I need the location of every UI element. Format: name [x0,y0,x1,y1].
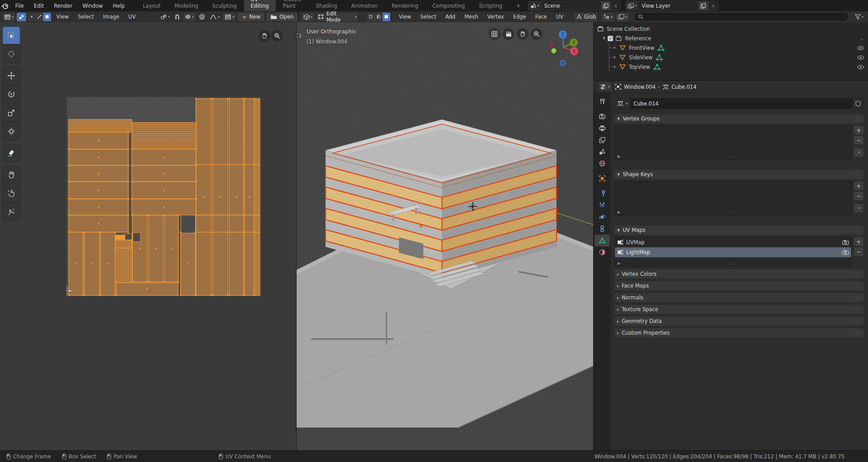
shape-key-specials-button[interactable]: ▾ [854,203,864,213]
tool-rotate[interactable] [2,85,20,103]
uv-map-render-camera-icon[interactable] [842,250,849,255]
uv-select-face-button[interactable] [43,13,51,21]
transform-orientation-dropdown[interactable]: Glob [574,12,598,22]
edge-select-mode-button[interactable] [375,13,383,21]
section-vertex-groups[interactable]: ▼Vertex Groups:::: [614,114,864,123]
uv-select-vertex-button[interactable] [28,13,35,21]
vertex-group-specials-button[interactable]: ▾ [854,148,864,157]
uv-editor-type-button[interactable]: ▾ [2,12,16,22]
uv-pivot-dropdown[interactable]: ▾ [158,13,172,21]
properties-tab-world[interactable] [595,158,610,169]
workspace-tab[interactable]: Modeling [168,1,205,11]
outliner-row-object[interactable]: FrontView [594,43,868,53]
uv-snap-magnet-toggle[interactable] [173,13,182,21]
outliner-filter-image-dropdown[interactable]: ▾ [616,12,629,22]
vp-menu-view[interactable]: View [395,14,415,20]
topbar-menu-item[interactable]: Render [49,3,77,9]
collapsed-section[interactable]: ▸Custom Properties:::: [614,328,864,337]
vertex-group-remove-button[interactable]: − [854,135,864,145]
uv-menu-view[interactable]: View [53,14,73,20]
section-uv-maps[interactable]: ▼UV Maps:::: [614,226,864,235]
uv-proportional-editing-toggle[interactable] [197,13,207,21]
workspace-tab[interactable]: Sculpting [206,1,244,11]
uv-map-render-camera-icon[interactable] [842,240,849,245]
scene-duplicate-button[interactable] [601,1,611,10]
vp-menu-add[interactable]: Add [441,14,459,20]
outliner-search-input[interactable] [634,12,849,21]
collapsed-section[interactable]: ▸Normals:::: [614,293,864,302]
uv-map-row[interactable]: UVMap [615,237,851,247]
vp-pan-button[interactable] [517,28,528,40]
navigation-gizmo[interactable]: Z Y X [545,29,583,67]
area-split-handle[interactable]: ❮❯ [297,33,302,38]
properties-tab-material[interactable] [595,246,610,258]
outliner-row-collection[interactable]: ▼ ✓ Reference ⌄ [594,34,868,43]
uv-map-remove-button[interactable]: − [854,247,864,256]
uv-editor[interactable] [0,22,297,450]
disclosure-triangle-icon[interactable]: ▼ [603,36,605,40]
uv-falloff-dropdown[interactable]: ▾ [208,13,221,21]
properties-tab-physics[interactable] [595,211,610,223]
vp-menu-vertex[interactable]: Vertex [483,14,508,20]
outliner-row-scene-collection[interactable]: Scene Collection [594,24,868,34]
vp-menu-edge[interactable]: Edge [509,14,530,20]
section-shape-keys[interactable]: ▼Shape Keys:::: [614,170,864,179]
collection-checkbox[interactable]: ✓ [608,36,613,41]
visibility-eye-icon[interactable] [857,46,864,50]
view-layer-remove-button[interactable]: × [708,3,718,9]
properties-tab-output[interactable] [595,122,610,134]
tool-cursor[interactable] [2,45,20,63]
properties-tab-scene[interactable] [595,146,610,158]
properties-context-dropdown[interactable]: ▾ [598,82,612,91]
visibility-eye-icon[interactable] [857,65,864,69]
vp-menu-select[interactable]: Select [416,14,440,20]
uv-zoom-button[interactable] [271,30,283,42]
viewport-3d[interactable]: User Orthographic (1) Window.004 ❮❯ [297,22,593,450]
uv-new-image-button[interactable]: + New [237,12,265,22]
collapsed-section[interactable]: ▸Face Maps:::: [614,281,864,290]
properties-tab-render[interactable] [595,111,610,122]
uv-open-image-button[interactable]: Open [266,12,298,22]
topbar-menu-item[interactable]: File [10,3,29,9]
tool-grab[interactable] [2,166,20,184]
uv-pan-button[interactable] [259,30,270,42]
scene-icon[interactable]: ▾ [528,1,541,10]
workspace-tab[interactable]: Shading [309,1,344,11]
outliner-row-object[interactable]: TopView [594,62,868,72]
outliner-filter-dropdown[interactable]: ▾ [853,13,865,21]
topbar-menu-item[interactable]: Help [108,3,129,9]
view-layer-duplicate-button[interactable] [698,1,708,10]
mode-dropdown[interactable]: Edit Mode ▾ [316,12,359,22]
workspace-tab[interactable]: Layout [136,1,167,11]
tool-scale[interactable] [2,104,20,122]
uv-snap-target-dropdown[interactable]: ▾ [183,12,196,22]
outliner-display-mode-dropdown[interactable]: ▾ [601,12,615,22]
properties-tab-constraints[interactable] [595,223,610,235]
vp-orthographic-toggle-button[interactable] [489,28,500,40]
workspace-tab[interactable]: UV Editing [244,0,276,11]
mesh-browse-dropdown[interactable]: ▾ [614,98,630,109]
shape-key-add-button[interactable]: + [854,181,864,191]
uv-menu-select[interactable]: Select [74,14,98,20]
uv-menu-uv[interactable]: UV [124,14,139,20]
tool-annotate[interactable] [2,144,20,162]
workspace-tab[interactable]: Rendering [385,1,425,11]
properties-tab-tool[interactable] [595,96,610,107]
uv-image-browse-dropdown[interactable]: ▾ [222,12,236,22]
properties-tab-object-data[interactable] [595,235,610,246]
vp-menu-uv[interactable]: UV [552,14,567,20]
breadcrumb-data[interactable]: Cube.014 [671,84,696,90]
vp-camera-view-button[interactable] [503,28,514,40]
collection-expand-icon[interactable]: ⌄ [860,36,864,41]
uv-sync-selection-toggle[interactable] [17,13,26,21]
topbar-menu-item[interactable]: Window [77,3,108,9]
view-layer-icon[interactable]: ▾ [626,1,638,10]
outliner-row-object[interactable]: SideView [594,53,868,62]
properties-tab-object[interactable] [595,173,610,184]
collapsed-section[interactable]: ▸Vertex Colors:::: [614,270,864,279]
workspace-tab[interactable]: Texture Paint [276,0,309,11]
workspace-tab[interactable]: Scripting [472,1,509,11]
view-layer-name[interactable]: View Layer [638,3,698,9]
shape-key-remove-button[interactable]: − [854,191,864,201]
workspace-tab[interactable]: Animation [344,1,384,11]
